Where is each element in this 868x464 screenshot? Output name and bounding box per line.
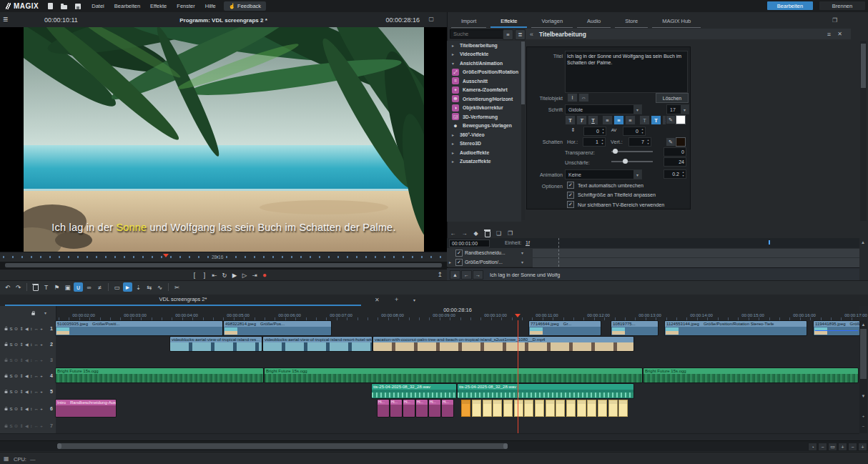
- mute-speaker-icon[interactable]: ◀: [25, 406, 29, 411]
- tree-item-3d-verformung[interactable]: ◲3D-Verformung: [447, 112, 521, 122]
- timeline-vertical-scrollbar[interactable]: ▲▼+−: [859, 320, 867, 433]
- timeline-clip[interactable]: IntroRandbeschneidung-Aus...: [56, 400, 116, 417]
- pan-curve-icon[interactable]: ↔: [34, 423, 39, 428]
- checkbox-schriftgr-e-an-titelfeld-anpassen[interactable]: ✓: [567, 192, 574, 199]
- tree-group-zusatzeffekte[interactable]: ▸Zusatzeffekte: [447, 157, 521, 167]
- tab-menu-icon[interactable]: ▾: [413, 297, 415, 302]
- play-range-button[interactable]: ▷: [240, 270, 249, 280]
- pan-curve-icon[interactable]: ↔: [34, 326, 39, 330]
- panel-close-icon[interactable]: ✕: [837, 31, 842, 37]
- keyframe-row-checkbox[interactable]: ✓: [455, 259, 463, 266]
- mouse-mode-curve-button[interactable]: ∿: [155, 282, 164, 292]
- tree-item-bewegungs-vorlagen[interactable]: ●Bewegungs-Vorlagen: [447, 122, 521, 131]
- unschaerfe-slider[interactable]: [611, 158, 653, 165]
- pan-curve-icon[interactable]: ↔: [34, 373, 39, 377]
- tree-item-gr-e-position-rotation[interactable]: ⤢Größe/Position/Rotation: [447, 68, 521, 77]
- sort-list-button[interactable]: ≡: [503, 29, 513, 40]
- panel-scrollbar-thumb[interactable]: [861, 44, 866, 88]
- tab-import[interactable]: Import: [451, 16, 486, 28]
- font-color-swatch[interactable]: [676, 115, 686, 124]
- pan-curve-icon[interactable]: ↔: [34, 389, 39, 393]
- all-tracks-lock-icon[interactable]: [31, 312, 35, 315]
- menu-hilfe[interactable]: Hilfe: [200, 3, 221, 9]
- mute-speaker-icon[interactable]: ◀: [25, 389, 29, 394]
- track-zoom-out-button[interactable]: −: [848, 443, 857, 451]
- next-keyframe-button[interactable]: →: [460, 229, 469, 237]
- effects-tree-scrollbar-thumb[interactable]: [521, 41, 525, 104]
- chevron-down-icon[interactable]: ▾: [521, 250, 523, 255]
- title-text-input[interactable]: Ich lag in der Sonne und Wolfgang las se…: [565, 51, 688, 93]
- stepper-arrows-icon[interactable]: ▴▾: [600, 139, 605, 145]
- checkbox-text-automatisch-umbrechen[interactable]: ✓: [567, 182, 574, 189]
- keyframe-row-track[interactable]: [533, 257, 859, 267]
- range-select-button[interactable]: ▭: [112, 282, 122, 292]
- shadow-color-swatch[interactable]: [676, 137, 686, 147]
- lock-icon[interactable]: [5, 375, 8, 377]
- preview-scrollbar-thumb[interactable]: [5, 263, 442, 267]
- keyframe-row-checkbox[interactable]: ✓: [455, 250, 463, 257]
- font-size-select[interactable]: 17 ▾: [666, 104, 689, 114]
- volume-curve-icon[interactable]: ↕: [30, 373, 32, 377]
- prev-keyframe-button[interactable]: ←: [448, 229, 458, 237]
- timeline-clip[interactable]: Hi...: [429, 400, 440, 417]
- mute-speaker-icon[interactable]: ◀: [25, 326, 29, 331]
- stepper-arrows-icon[interactable]: ▴▾: [640, 128, 645, 134]
- title-width-tool-button[interactable]: ⇔: [578, 93, 589, 102]
- object-prev-button[interactable]: ←: [461, 270, 472, 280]
- solo-button[interactable]: S: [10, 357, 13, 362]
- menu-fenster[interactable]: Fenster: [172, 3, 199, 9]
- timeline-playhead-icon[interactable]: [515, 314, 521, 320]
- add-tab-icon[interactable]: +: [395, 296, 398, 303]
- feedback-button[interactable]: ☝ Feedback: [224, 1, 266, 11]
- timeline-clip[interactable]: [461, 400, 470, 417]
- video-monitor-icon[interactable]: ⊙: [14, 389, 18, 394]
- mode-brennen-button[interactable]: Brennen: [819, 1, 865, 10]
- volume-curve-icon[interactable]: ↕: [30, 423, 32, 428]
- tree-item-objektivkorrektur[interactable]: ◑Objektivkorrektur: [447, 104, 521, 113]
- tab-audio[interactable]: Audio: [577, 16, 611, 28]
- timeline-horizontal-scrollbar[interactable]: ◔−▭+−+: [0, 440, 868, 451]
- transparenz-value-box[interactable]: 0: [664, 147, 686, 157]
- line-spacing-stepper[interactable]: 0 ▴▾: [583, 127, 606, 136]
- lock-icon[interactable]: [5, 360, 8, 362]
- solo-button[interactable]: S: [10, 423, 13, 428]
- mouse-mode-stretch-button[interactable]: ⇆: [144, 282, 154, 292]
- video-monitor-icon[interactable]: ⊙: [14, 373, 18, 378]
- timeline-clip[interactable]: [546, 400, 555, 417]
- keyframe-scroll-up-icon[interactable]: ▲: [861, 240, 865, 245]
- timeline-clip[interactable]: [608, 400, 618, 417]
- solo-button[interactable]: S: [10, 342, 13, 346]
- mute-speaker-icon[interactable]: ◀: [25, 357, 29, 362]
- slider-thumb[interactable]: [623, 159, 628, 164]
- timeline-clip[interactable]: [587, 400, 596, 417]
- font-color-eyedropper-icon[interactable]: ✎: [666, 115, 676, 124]
- timeline-zoom-fit-button[interactable]: ▭: [828, 443, 837, 451]
- delete-keyframe-button[interactable]: [483, 229, 492, 237]
- timeline-clip[interactable]: 1124553144.jpegGröße/Position/Rotation S…: [665, 321, 807, 335]
- outline-text-button[interactable]: T: [639, 115, 650, 125]
- preview-ruler[interactable]: 28:16: [0, 252, 447, 262]
- transparenz-slider[interactable]: [611, 148, 653, 155]
- lock-icon[interactable]: [5, 328, 8, 330]
- jump-end-button[interactable]: ⇥: [250, 270, 259, 280]
- link-objects-button[interactable]: ∞: [84, 282, 94, 292]
- timeline-clip[interactable]: [524, 400, 533, 417]
- play-button[interactable]: ▶: [230, 270, 239, 280]
- align-center-button[interactable]: ≡: [613, 115, 624, 125]
- lock-icon[interactable]: [5, 425, 8, 428]
- add-track-effect-icon[interactable]: +: [40, 389, 43, 393]
- audio-export-icon[interactable]: ↥: [437, 271, 443, 278]
- timeline-clip[interactable]: [535, 400, 544, 417]
- volume-curve-icon[interactable]: ↕: [30, 342, 32, 346]
- tree-group-ansicht-animation[interactable]: ▾Ansicht/Animation: [447, 59, 521, 68]
- tree-group-360-video[interactable]: ▸360°-Video: [447, 130, 521, 139]
- panel-scrollbar[interactable]: [860, 41, 867, 221]
- timeline-clip[interactable]: tts-25-04-2025-08_32_28.wav: [458, 384, 633, 398]
- new-project-button[interactable]: [46, 2, 55, 11]
- track-height-icon[interactable]: ⇕: [20, 389, 24, 394]
- volume-curve-icon[interactable]: ↕: [30, 357, 32, 362]
- keyframe-row-track[interactable]: [533, 248, 859, 258]
- unlink-objects-button[interactable]: ≠: [95, 282, 104, 292]
- timeline-playhead-line[interactable]: [518, 320, 518, 433]
- add-track-effect-icon[interactable]: +: [40, 373, 43, 377]
